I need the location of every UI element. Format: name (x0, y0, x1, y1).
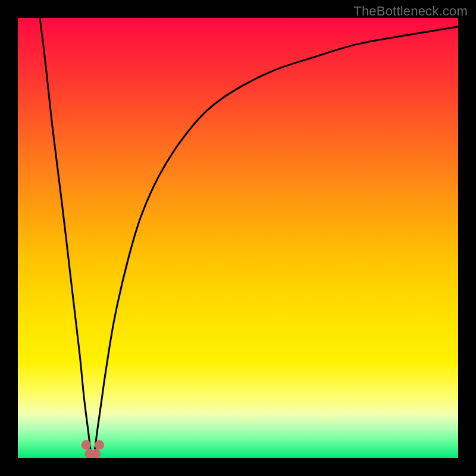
curve-marker (95, 440, 104, 450)
watermark-text: TheBottleneck.com (353, 4, 468, 19)
chart-frame: TheBottleneck.com (0, 0, 476, 476)
curve-marker (82, 440, 91, 450)
curve-layer (18, 18, 458, 458)
curve-markers (82, 440, 104, 458)
bottleneck-curve (40, 18, 458, 456)
plot-area (18, 18, 458, 458)
curve-marker (91, 449, 101, 458)
